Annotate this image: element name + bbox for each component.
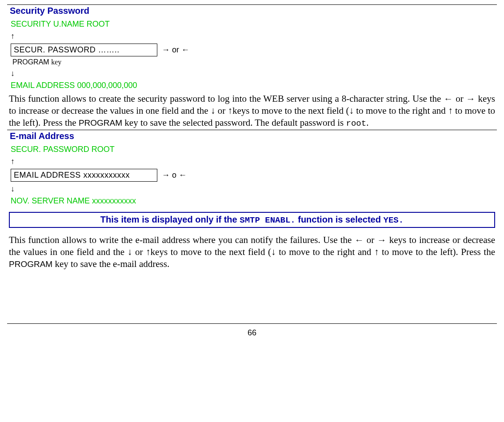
footer-divider: [7, 323, 497, 324]
body-paragraph-security: This function allows to create the secur…: [9, 93, 495, 129]
section-divider: [7, 130, 497, 130]
lcd-display-box: SECUR. PASSWORD ……..: [11, 44, 157, 56]
display-row: SECUR. PASSWORD …….. → or ←: [11, 44, 497, 56]
notice-box: This item is displayed only if the SMTP …: [9, 212, 495, 228]
default-password: root: [346, 119, 367, 128]
nav-hint: → or ←: [162, 45, 189, 55]
program-key-inline: PROGRAM: [79, 118, 122, 127]
section-divider: [7, 4, 497, 5]
program-key-note: PROGRAM key: [12, 58, 497, 66]
body-text-part: This function allows to write the e-mail…: [9, 235, 495, 257]
up-arrow: ↑: [11, 157, 497, 166]
notice-code: YES.: [384, 215, 404, 225]
section-title-security-password: Security Password: [10, 6, 497, 16]
body-text-part: .: [366, 117, 368, 128]
prev-menu-item: SECURITY U.NAME ROOT: [11, 20, 497, 29]
next-menu-item: NOV. SERVER NAME xxxxxxxxxxx: [11, 196, 497, 206]
up-arrow: ↑: [11, 32, 497, 41]
display-row: EMAIL ADDRESS xxxxxxxxxxx → o ←: [11, 169, 497, 182]
body-paragraph-email: This function allows to write the e-mail…: [9, 234, 495, 270]
down-arrow: ↓: [11, 69, 497, 78]
program-key-inline: PROGRAM: [9, 259, 52, 269]
body-text-part: key to save the e-mail address.: [52, 259, 169, 269]
prev-menu-item: SECUR. PASSWORD ROOT: [11, 145, 497, 154]
nav-hint: → o ←: [162, 171, 187, 180]
down-arrow: ↓: [11, 184, 497, 194]
lcd-display-box: EMAIL ADDRESS xxxxxxxxxxx: [11, 169, 157, 182]
body-text-part: key to save the selected password. The d…: [122, 117, 346, 128]
notice-text: function is selected: [296, 215, 384, 224]
key-word: key: [51, 58, 61, 66]
page-number: 66: [7, 328, 497, 338]
notice-code: SMTP ENABL.: [240, 215, 295, 225]
section-title-email-address: E-mail Address: [10, 131, 497, 141]
next-menu-item: EMAIL ADDRESS 000,000,000,000: [11, 81, 497, 90]
key-label: PROGRAM: [12, 58, 51, 66]
notice-text: This item is displayed only if the: [100, 215, 240, 224]
